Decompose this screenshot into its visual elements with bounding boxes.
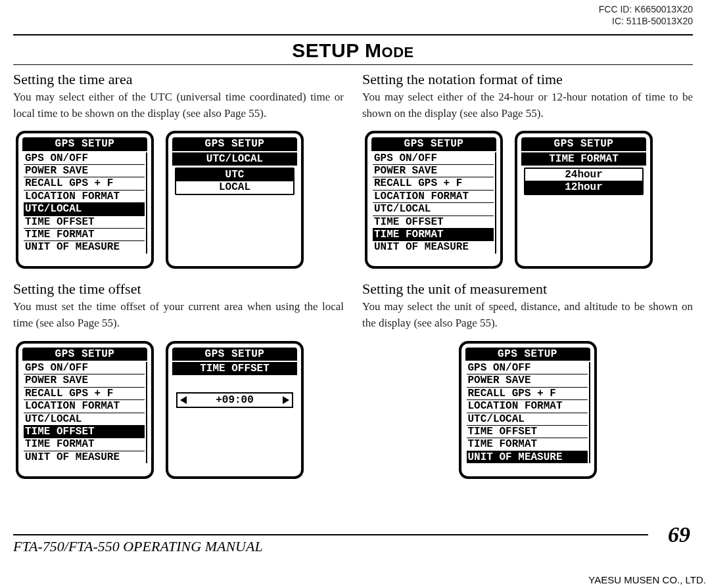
list-item[interactable]: LOCATION FORMAT bbox=[467, 400, 588, 413]
option-item[interactable]: UTC bbox=[176, 169, 293, 181]
list-item[interactable]: TIME OFFSET bbox=[373, 216, 494, 229]
list-item[interactable]: LOCATION FORMAT bbox=[24, 400, 145, 413]
lcd-time-format: GPS SETUP TIME FORMAT 24hour 12hour bbox=[515, 131, 653, 269]
screens-time-area: GPS SETUP GPS ON/OFF POWER SAVE RECALL G… bbox=[16, 131, 344, 269]
list-item[interactable]: POWER SAVE bbox=[373, 165, 494, 177]
list-item[interactable]: TIME OFFSET bbox=[24, 426, 145, 438]
lcd-items: GPS ON/OFF POWER SAVE RECALL GPS + F LOC… bbox=[22, 362, 147, 463]
list-item[interactable]: TIME OFFSET bbox=[467, 426, 588, 438]
lcd-gps-setup-list: GPS SETUP GPS ON/OFF POWER SAVE RECALL G… bbox=[459, 341, 597, 479]
lcd-time-offset: GPS SETUP TIME OFFSET +09:00 bbox=[166, 341, 304, 479]
rule-under-title bbox=[13, 64, 693, 65]
list-item[interactable]: POWER SAVE bbox=[24, 374, 145, 387]
chevron-left-icon[interactable] bbox=[180, 396, 187, 404]
lcd-items: GPS ON/OFF POWER SAVE RECALL GPS + F LOC… bbox=[465, 362, 590, 463]
list-item[interactable]: UNIT OF MEASURE bbox=[373, 241, 494, 253]
offset-value: +09:00 bbox=[216, 394, 254, 406]
lcd-subtitle: UTC/LOCAL bbox=[172, 152, 297, 166]
body-time-offset: You must set the time offset of your cur… bbox=[13, 299, 344, 331]
ic-id: IC: 511B-50013X20 bbox=[599, 16, 693, 28]
lcd-title: GPS SETUP bbox=[172, 348, 297, 361]
chevron-right-icon[interactable] bbox=[283, 396, 289, 404]
lcd-items: GPS ON/OFF POWER SAVE RECALL GPS + F LOC… bbox=[371, 152, 496, 254]
fcc-id: FCC ID: K6650013X20 bbox=[599, 4, 693, 16]
offset-stepper[interactable]: +09:00 bbox=[176, 392, 293, 408]
screens-time-offset: GPS SETUP GPS ON/OFF POWER SAVE RECALL G… bbox=[16, 341, 344, 479]
list-item[interactable]: RECALL GPS + F bbox=[467, 388, 588, 400]
lcd-options: UTC LOCAL bbox=[175, 168, 294, 195]
right-column: Setting the notation format of time You … bbox=[362, 71, 693, 522]
heading-time-area: Setting the time area bbox=[13, 71, 344, 88]
lcd-title: GPS SETUP bbox=[371, 137, 496, 150]
body-unit-measurement: You may select the unit of speed, distan… bbox=[362, 299, 693, 331]
option-item[interactable]: 24hour bbox=[525, 169, 642, 181]
list-item[interactable]: UTC/LOCAL bbox=[24, 203, 145, 215]
lcd-options: 24hour 12hour bbox=[524, 168, 644, 195]
list-item[interactable]: LOCATION FORMAT bbox=[373, 191, 494, 203]
list-item[interactable]: TIME FORMAT bbox=[24, 229, 145, 241]
screens-unit-measurement: GPS SETUP GPS ON/OFF POWER SAVE RECALL G… bbox=[362, 341, 693, 479]
columns: Setting the time area You may select eit… bbox=[13, 71, 693, 522]
lcd-gps-setup-list: GPS SETUP GPS ON/OFF POWER SAVE RECALL G… bbox=[16, 131, 154, 269]
list-item[interactable]: RECALL GPS + F bbox=[24, 388, 145, 400]
list-item[interactable]: GPS ON/OFF bbox=[373, 152, 494, 165]
option-item[interactable]: 12hour bbox=[525, 181, 642, 193]
lcd-title: GPS SETUP bbox=[22, 137, 147, 150]
lcd-subtitle: TIME OFFSET bbox=[172, 362, 297, 375]
lcd-gps-setup-list: GPS SETUP GPS ON/OFF POWER SAVE RECALL G… bbox=[365, 131, 503, 269]
list-item[interactable]: GPS ON/OFF bbox=[24, 362, 145, 374]
list-item[interactable]: UNIT OF MEASURE bbox=[24, 451, 145, 463]
lcd-title: GPS SETUP bbox=[22, 348, 147, 361]
list-item[interactable]: UNIT OF MEASURE bbox=[467, 451, 588, 463]
list-item[interactable]: UTC/LOCAL bbox=[373, 203, 494, 215]
lcd-items: GPS ON/OFF POWER SAVE RECALL GPS + F LOC… bbox=[22, 152, 147, 254]
list-item[interactable]: TIME OFFSET bbox=[24, 216, 145, 229]
company-name: YAESU MUSEN CO., LTD. bbox=[588, 574, 706, 585]
list-item[interactable]: UNIT OF MEASURE bbox=[24, 241, 145, 253]
heading-unit-measurement: Setting the unit of measurement bbox=[362, 281, 693, 298]
list-item[interactable]: TIME FORMAT bbox=[373, 229, 494, 241]
left-column: Setting the time area You may select eit… bbox=[13, 71, 344, 522]
title-suffix: ODE bbox=[382, 44, 414, 60]
lcd-title: GPS SETUP bbox=[521, 137, 646, 150]
lcd-utc-local: GPS SETUP UTC/LOCAL UTC LOCAL bbox=[166, 131, 304, 269]
list-item[interactable]: GPS ON/OFF bbox=[467, 362, 588, 374]
list-item[interactable]: POWER SAVE bbox=[24, 165, 145, 177]
option-item[interactable]: LOCAL bbox=[176, 181, 293, 193]
list-item[interactable]: POWER SAVE bbox=[467, 374, 588, 387]
page-title: SETUP MODE bbox=[0, 39, 706, 62]
body-time-format: You may select either of the 24-hour or … bbox=[362, 89, 693, 122]
lcd-title: GPS SETUP bbox=[172, 137, 297, 150]
list-item[interactable]: GPS ON/OFF bbox=[24, 152, 145, 165]
list-item[interactable]: UTC/LOCAL bbox=[467, 413, 588, 426]
list-item[interactable]: RECALL GPS + F bbox=[24, 177, 145, 190]
screens-time-format: GPS SETUP GPS ON/OFF POWER SAVE RECALL G… bbox=[365, 131, 693, 269]
rule-bottom bbox=[13, 534, 648, 535]
lcd-subtitle: TIME FORMAT bbox=[521, 152, 646, 166]
title-main: SETUP M bbox=[292, 39, 381, 61]
regulatory-ids: FCC ID: K6650013X20 IC: 511B-50013X20 bbox=[599, 4, 693, 27]
list-item[interactable]: TIME FORMAT bbox=[467, 438, 588, 451]
list-item[interactable]: LOCATION FORMAT bbox=[24, 191, 145, 203]
manual-name: FTA-750/FTA-550 OPERATING MANUAL bbox=[13, 538, 263, 555]
rule-top bbox=[13, 34, 693, 35]
heading-time-format: Setting the notation format of time bbox=[362, 71, 693, 88]
list-item[interactable]: TIME FORMAT bbox=[24, 438, 145, 451]
list-item[interactable]: RECALL GPS + F bbox=[373, 177, 494, 190]
lcd-title: GPS SETUP bbox=[465, 348, 590, 361]
body-time-area: You may select either of the UTC (univer… bbox=[13, 89, 344, 122]
lcd-gps-setup-list: GPS SETUP GPS ON/OFF POWER SAVE RECALL G… bbox=[16, 341, 154, 479]
heading-time-offset: Setting the time offset bbox=[13, 281, 344, 298]
list-item[interactable]: UTC/LOCAL bbox=[24, 413, 145, 426]
page-number: 69 bbox=[668, 522, 690, 547]
page: FCC ID: K6650013X20 IC: 511B-50013X20 SE… bbox=[0, 0, 706, 588]
